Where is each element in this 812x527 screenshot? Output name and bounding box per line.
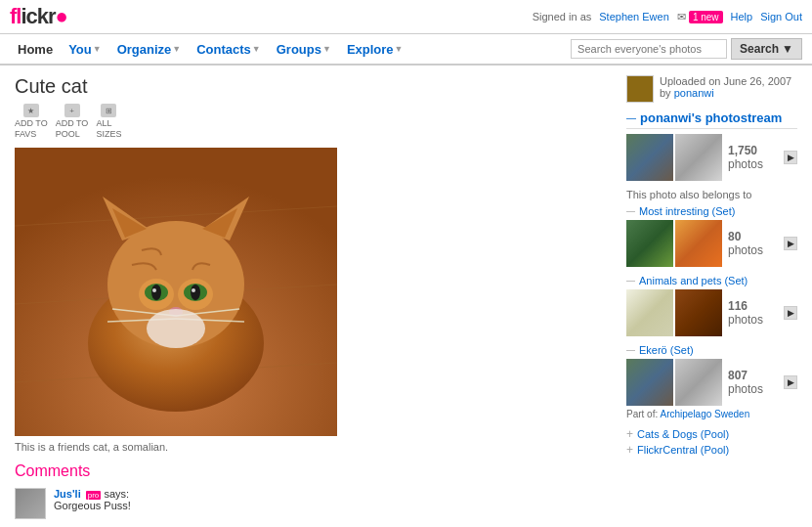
set-2-header: — Animals and pets (Set) — [626, 275, 797, 286]
nav-explore[interactable]: Explore▼ — [339, 40, 411, 59]
pool-1-plus: + — [626, 427, 633, 441]
photostream-thumb-1[interactable] — [626, 134, 673, 181]
search-input[interactable] — [571, 39, 727, 59]
pool-1: + Cats & Dogs (Pool) — [626, 427, 797, 441]
header: flickr● Signed in as Stephen Ewen ✉ 1 ne… — [0, 0, 812, 34]
upload-text: Uploaded on June 26, 2007 by ponanwi — [660, 75, 791, 99]
set-1-thumb-2[interactable] — [675, 220, 722, 267]
belongs-to-label: This photo also belongs to — [626, 189, 797, 200]
set-2-thumb-2[interactable] — [675, 289, 722, 336]
signout-link[interactable]: Sign Out — [760, 11, 802, 22]
part-of-link[interactable]: Archipelago Sweden — [660, 409, 749, 419]
set-1-count: 80 photos — [728, 230, 763, 257]
add-to-favs-button[interactable]: ★ ADD TOFAVS — [15, 104, 48, 140]
set-2-toggle[interactable]: — — [626, 276, 635, 285]
svg-point-23 — [147, 309, 205, 348]
help-link[interactable]: Help — [731, 11, 753, 22]
set-3-thumb-1[interactable] — [626, 359, 673, 406]
photostream-section-header: — ponanwi's photostream — [626, 110, 797, 129]
set-3-next-arrow[interactable]: ▶ — [784, 375, 797, 389]
sidebar: Uploaded on June 26, 2007 by ponanwi — p… — [626, 75, 797, 527]
set-2: — Animals and pets (Set) 116 photos ▶ — [626, 275, 797, 336]
set-1: — Most intresting (Set) 80 photos ▶ — [626, 205, 797, 267]
part-of-text: Part of: Archipelago Sweden — [626, 409, 797, 419]
main: Cute cat ★ ADD TOFAVS + ADD TOPOOL ⊞ ALL… — [0, 66, 812, 527]
comments-title: Comments — [15, 462, 612, 480]
set-1-count-area: 80 photos — [724, 230, 782, 257]
pool-2-plus: + — [626, 443, 633, 457]
set-1-thumb-1[interactable] — [626, 220, 673, 267]
set-1-header: — Most intresting (Set) — [626, 205, 797, 217]
favs-icon: ★ — [23, 104, 39, 117]
comment-user-1[interactable]: Jus'li — [54, 488, 81, 500]
set-2-thumb-1[interactable] — [626, 289, 673, 336]
uploader-avatar — [626, 75, 654, 103]
search-button[interactable]: Search▼ — [731, 38, 802, 60]
set-3-thumb-2[interactable] — [675, 359, 722, 406]
svg-point-15 — [191, 285, 200, 300]
nav-home[interactable]: Home — [10, 40, 61, 59]
photo-actions: ★ ADD TOFAVS + ADD TOPOOL ⊞ ALLSIZES — [15, 104, 612, 140]
set-3-header: — Ekerö (Set) — [626, 344, 797, 356]
photostream-count: 1,750 photos — [728, 144, 782, 171]
search-dropdown-arrow[interactable]: ▼ — [782, 42, 793, 56]
set-1-next-arrow[interactable]: ▶ — [784, 237, 797, 250]
pools-section: + Cats & Dogs (Pool) + FlickrCentral (Po… — [626, 427, 797, 457]
photostream-next-arrow[interactable]: ▶ — [784, 151, 797, 164]
svg-point-14 — [151, 285, 161, 300]
header-left: flickr● — [10, 4, 67, 29]
comments-section: Comments Jus'li pro says: Gorgeous Puss!… — [15, 462, 612, 527]
comment-text-1: Gorgeous Puss! — [54, 500, 131, 511]
set-3: — Ekerö (Set) 807 photos ▶ Part of: Arch… — [626, 344, 797, 419]
comment-says-1: says: — [104, 488, 129, 500]
set-3-toggle[interactable]: — — [626, 345, 635, 355]
flickr-logo[interactable]: flickr● — [10, 4, 67, 29]
pool-icon: + — [64, 104, 80, 117]
add-to-pool-button[interactable]: + ADD TOPOOL — [56, 104, 89, 140]
photostream-title[interactable]: ponanwi's photostream — [640, 110, 782, 125]
photostream-count-area: 1,750 photos — [724, 144, 782, 171]
username-link[interactable]: Stephen Ewen — [599, 11, 669, 22]
nav-groups[interactable]: Groups▼ — [269, 40, 339, 59]
set-3-count: 807 photos — [728, 369, 763, 396]
nav-you[interactable]: You▼ — [61, 40, 109, 59]
signed-in-text: Signed in as — [533, 11, 592, 22]
uploaded-text: Uploaded on June 26, 2007 — [660, 75, 791, 87]
svg-point-17 — [192, 288, 195, 292]
upload-info: Uploaded on June 26, 2007 by ponanwi — [626, 75, 797, 103]
all-sizes-button[interactable]: ⊞ ALLSIZES — [96, 104, 121, 140]
set-1-toggle[interactable]: — — [626, 206, 635, 216]
set-2-strip: 116 photos ▶ — [626, 289, 797, 336]
pool-2-link[interactable]: FlickrCentral (Pool) — [637, 444, 729, 456]
navbar: Home You▼ Organize▼ Contacts▼ Groups▼ Ex… — [0, 34, 812, 66]
set-2-next-arrow[interactable]: ▶ — [784, 306, 797, 320]
comment-body-1: Jus'li pro says: Gorgeous Puss! — [54, 488, 131, 519]
pool-2: + FlickrCentral (Pool) — [626, 443, 797, 457]
set-3-name[interactable]: Ekerö (Set) — [639, 344, 694, 356]
content-area: Cute cat ★ ADD TOFAVS + ADD TOPOOL ⊞ ALL… — [15, 75, 612, 527]
photo-title: Cute cat — [15, 75, 612, 98]
set-1-strip: 80 photos ▶ — [626, 220, 797, 267]
set-2-count: 116 photos — [728, 299, 763, 327]
pool-1-link[interactable]: Cats & Dogs (Pool) — [637, 428, 729, 440]
comment-pro-badge-1: pro — [86, 491, 102, 500]
svg-point-16 — [152, 288, 156, 292]
message-icon[interactable]: ✉ 1 new — [677, 11, 723, 23]
comment-1: Jus'li pro says: Gorgeous Puss! — [15, 488, 612, 519]
search-bar: Search▼ — [571, 38, 802, 60]
by-text: by — [660, 87, 671, 99]
nav-contacts[interactable]: Contacts▼ — [189, 40, 269, 59]
photostream-thumb-2[interactable] — [675, 134, 722, 181]
set-3-strip: 807 photos ▶ — [626, 359, 797, 406]
photostream-strip: 1,750 photos ▶ — [626, 134, 797, 181]
nav-organize[interactable]: Organize▼ — [109, 40, 190, 59]
header-right: Signed in as Stephen Ewen ✉ 1 new Help S… — [533, 11, 802, 23]
photo-image[interactable] — [15, 148, 337, 436]
set-2-name[interactable]: Animals and pets (Set) — [639, 275, 748, 286]
sizes-icon: ⊞ — [101, 104, 116, 117]
uploader-link[interactable]: ponanwi — [674, 87, 714, 99]
set-1-name[interactable]: Most intresting (Set) — [639, 205, 735, 217]
cat-image — [15, 148, 337, 436]
photo-caption: This is a friends cat, a somalian. — [15, 441, 612, 453]
photostream-toggle[interactable]: — — [626, 112, 636, 123]
